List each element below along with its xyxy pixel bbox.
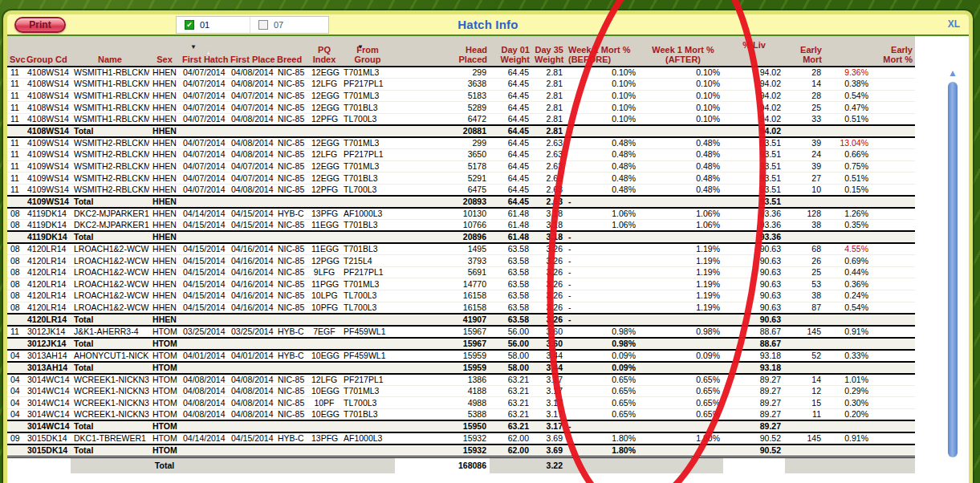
table-row[interactable]: 084120LR14LROACH1&2-WCW1-6HHEN04/15/2014… [7, 255, 915, 267]
cell-name: LROACH1&2-WCW1-6 [71, 302, 149, 314]
table-row[interactable]: 084120LR14LROACH1&2-WCW1-6HHEN04/15/2014… [7, 302, 915, 314]
table-row[interactable]: 084119DK14DKC2-MJPARKER1HHEN04/15/201404… [7, 220, 915, 232]
column-header-wk1_mort_after[interactable]: Week 1 Mort %(AFTER) [643, 36, 723, 67]
column-header-breed[interactable]: Breed [274, 36, 308, 67]
table-row[interactable]: 084120LR14LROACH1&2-WCW1-6HHEN04/15/2014… [7, 266, 915, 278]
table-row[interactable]: 114109WS14WSMITH2-RBLCKMN4HHEN04/07/2014… [7, 184, 915, 196]
column-header-wk1_mort_before[interactable]: Week 1 Mort %(BEFORE) [566, 36, 643, 67]
cell-sex: Total [149, 457, 180, 473]
table-row[interactable]: 084120LR14LROACH1&2-WCW1-6HHEN04/15/2014… [7, 278, 915, 290]
cell-day01_weight: 63.58 [490, 266, 532, 278]
cell-group_cd: 4108WS14 [24, 113, 71, 125]
sort-desc-icon[interactable]: ▼ [190, 43, 197, 51]
cell-breed [274, 125, 308, 137]
table-row[interactable]: 114109WS14WSMITH2-RBLCKMN4HHEN04/07/2014… [7, 172, 915, 185]
table-row[interactable]: 114109WS14WSMITH2-RBLCKMN4HHEN04/07/2014… [7, 137, 915, 149]
cell-sex: HHEN [149, 172, 180, 185]
cell-group_cd: 4120LR14 [24, 266, 71, 278]
cell-from_group: TL700L3 [340, 302, 395, 314]
cell-wk1_mort_after: 0.10% [643, 90, 723, 102]
cell-sex: HHEN [149, 231, 180, 243]
cell-first_hatch: 04/15/2014 [180, 255, 228, 267]
table-row[interactable]: 114108WS14WSMITH1-RBLCKMN1HHEN04/07/2014… [7, 113, 915, 125]
table-row[interactable]: 043014WC14WCREEK1-NICKN3-4HTOM04/08/2014… [7, 374, 915, 386]
cell-early_mort_pct: 0.44% [824, 266, 915, 278]
table-row[interactable]: 084120LR14LROACH1&2-WCW1-6HHEN04/15/2014… [7, 290, 915, 302]
cell-first_place: 04/08/2014 [228, 374, 274, 386]
table-row[interactable]: 114109WS14WSMITH2-RBLCKMN4HHEN04/07/2014… [7, 149, 915, 161]
column-header-first_place[interactable]: First Place [228, 36, 274, 67]
table-row[interactable]: 114109WS14WSMITH2-RBLCKMN4HHEN04/07/2014… [7, 160, 915, 172]
table-row[interactable]: 113012JK14J&K1-AHERR3-4HTOM03/25/201403/… [7, 326, 915, 338]
column-header-early_mort_pct[interactable]: EarlyMort % [824, 36, 915, 67]
column-header-first_hatch[interactable]: First Hatch [180, 36, 228, 67]
cell-day01_weight: 63.58 [490, 290, 532, 302]
column-header-pct_liv[interactable]: % Liv [723, 36, 785, 67]
sort-desc-icon-breed[interactable]: ▼ [357, 43, 364, 51]
table-row[interactable]: 114108WS14WSMITH1-RBLCKMN1HHEN04/07/2014… [7, 90, 915, 102]
sort-asc-pale-icon[interactable]: ▲ [205, 48, 212, 56]
cell-sex: HTOM [149, 326, 180, 338]
cell-svc: 08 [7, 278, 24, 290]
cell-day01_weight: 61.48 [490, 220, 532, 232]
table-row[interactable]: 093015DK14DKC1-TBREWER1HTOM04/14/201404/… [7, 432, 915, 444]
cell-head_placed: 20893 [395, 196, 490, 208]
cell-svc: 11 [7, 102, 24, 114]
table-row[interactable]: 043014WC14WCREEK1-NICKN3-4HTOM04/08/2014… [7, 385, 915, 397]
cell-day35_weight: 3.26 [532, 290, 566, 302]
table-row[interactable]: 114108WS14WSMITH1-RBLCKMN1HHEN04/07/2014… [7, 67, 915, 79]
column-header-group_cd[interactable]: Group Cd [24, 36, 71, 67]
cell-group_cd [24, 457, 71, 473]
cell-breed: HYB-C [274, 350, 308, 362]
cell-first_hatch: 04/14/2014 [180, 208, 228, 220]
column-header-head_placed[interactable]: HeadPlaced [395, 36, 490, 67]
table-area: ▼ ▲ ▼ SvcGroup CdNameSexFirst HatchFirst… [7, 36, 969, 483]
table-row[interactable]: 114108WS14WSMITH1-RBLCKMN1HHEN04/07/2014… [7, 79, 915, 91]
cell-day35_weight: 3.17 [532, 420, 566, 432]
column-header-from_group[interactable]: FromGroup [340, 36, 395, 67]
cell-first_hatch: 04/07/2014 [180, 137, 228, 149]
table-row[interactable]: 084120LR14LROACH1&2-WCW1-6HHEN04/15/2014… [7, 243, 915, 255]
cell-name: J&K1-AHERR3-4 [71, 326, 149, 338]
table-row[interactable]: 043013AH14AHONYCUT1-NICKN1HTOM04/01/2014… [7, 350, 915, 362]
column-header-pq_index[interactable]: PQIndex [308, 36, 340, 67]
cell-first_place: 04/07/2014 [228, 90, 274, 102]
group-total-row: 4120LR14TotalHHEN4190763.583.26-90.63 [7, 314, 915, 326]
cell-first_hatch: 04/07/2014 [180, 79, 228, 91]
cell-pq_index: 12EGG [308, 90, 340, 102]
cell-svc [7, 231, 24, 243]
cell-day35_weight: 2.81 [532, 113, 566, 125]
table-row[interactable]: 084119DK14DKC2-MJPARKER1HHEN04/14/201404… [7, 208, 915, 220]
export-xl-link[interactable]: XL [948, 18, 960, 30]
column-header-name[interactable]: Name [71, 36, 149, 67]
cell-first_place: 04/07/2014 [228, 102, 274, 114]
cell-head_placed: 15932 [395, 444, 490, 457]
table-row[interactable]: 114108WS14WSMITH1-RBLCKMN1HHEN04/07/2014… [7, 102, 915, 114]
column-header-early_mort[interactable]: EarlyMort [785, 36, 824, 67]
table-row[interactable]: 043014WC14WCREEK1-NICKN3-4HTOM04/08/2014… [7, 408, 915, 420]
cell-pq_index: 11PGG [308, 278, 340, 290]
cell-breed: NIC-85 [274, 302, 308, 314]
cell-first_hatch: 04/07/2014 [180, 113, 228, 125]
cell-breed: NIC-85 [274, 278, 308, 290]
cell-name: WSMITH1-RBLCKMN1 [71, 79, 149, 91]
cell-pq_index [308, 420, 340, 432]
column-header-day35_weight[interactable]: Day 35Weight [532, 36, 566, 67]
cell-head_placed: 15967 [395, 326, 490, 338]
cell-svc: 08 [7, 266, 24, 278]
cell-breed: NIC-85 [274, 290, 308, 302]
cell-first_hatch: 04/07/2014 [180, 67, 228, 79]
cell-svc: 08 [7, 243, 24, 255]
cell-from_group: T701BL3 [340, 408, 395, 420]
cell-group_cd: 3012JK14 [24, 326, 71, 338]
column-header-svc[interactable]: Svc [7, 36, 24, 67]
column-header-sex[interactable]: Sex [149, 36, 180, 67]
scroll-up-arrow[interactable]: ▲ [947, 68, 958, 78]
cell-wk1_mort_after: 0.65% [643, 397, 723, 409]
cell-first_place: 04/08/2014 [228, 67, 274, 79]
column-header-day01_weight[interactable]: Day 01Weight [490, 36, 532, 67]
table-row[interactable]: 043014WC14WCREEK1-NICKN3-4HTOM04/08/2014… [7, 397, 915, 409]
scroll-thumb[interactable] [948, 82, 958, 457]
cell-early_mort_pct: 0.91% [824, 432, 915, 444]
cell-early_mort_pct: 0.47% [824, 102, 915, 114]
